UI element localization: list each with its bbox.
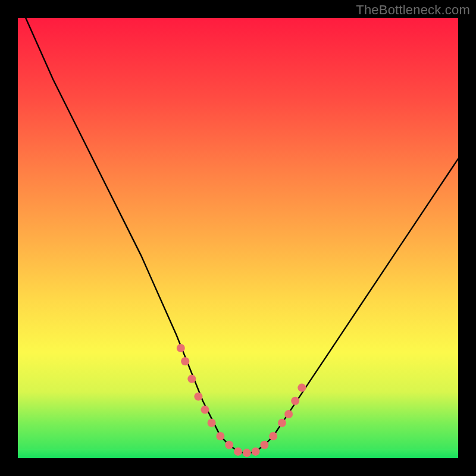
bottleneck-curve-group	[18, 0, 458, 453]
chart-frame: TheBottleneck.com	[0, 0, 476, 476]
marker-dot	[181, 357, 189, 365]
chart-plot-area	[18, 18, 458, 458]
marker-dot	[298, 384, 306, 392]
bottleneck-curve	[18, 0, 458, 453]
marker-dot	[278, 419, 286, 427]
marker-dot	[187, 375, 196, 383]
marker-dot	[260, 441, 268, 449]
marker-dot	[177, 344, 185, 352]
marker-dot	[201, 406, 209, 414]
marker-dots-group	[177, 344, 306, 457]
watermark-text: TheBottleneck.com	[356, 2, 470, 18]
marker-dot	[234, 447, 242, 456]
marker-dot	[291, 397, 299, 405]
marker-dot	[269, 432, 277, 440]
chart-svg	[18, 18, 458, 458]
marker-dot	[194, 392, 202, 400]
marker-dot	[208, 419, 216, 427]
marker-dot	[216, 432, 224, 440]
marker-dot	[252, 447, 260, 456]
marker-dot	[225, 441, 233, 449]
marker-dot	[284, 410, 293, 418]
marker-dot	[243, 449, 251, 457]
